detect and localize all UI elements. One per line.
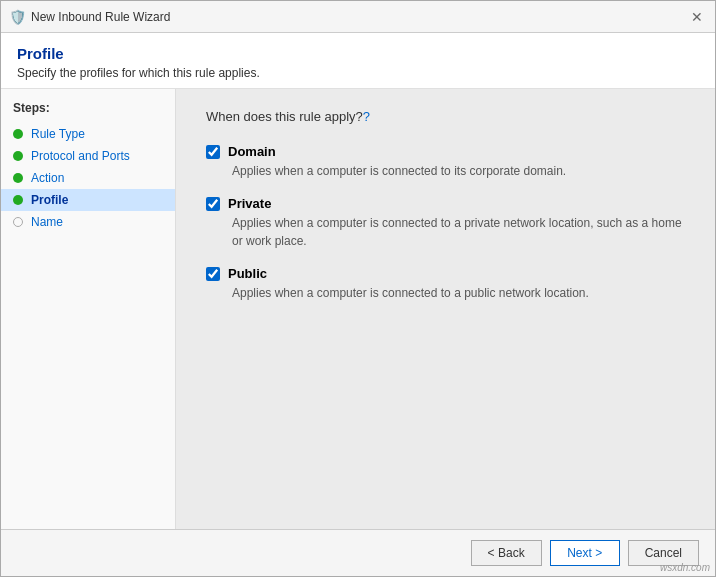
public-label-row: Public [206,266,685,281]
wizard-icon: 🛡️ [9,9,25,25]
page-subtitle: Specify the profiles for which this rule… [17,66,699,80]
wizard-window: 🛡️ New Inbound Rule Wizard ✕ Profile Spe… [0,0,716,577]
watermark: wsxdn.com [660,562,710,573]
title-bar-left: 🛡️ New Inbound Rule Wizard [9,9,170,25]
sidebar-item-profile: Profile [1,189,175,211]
sidebar-item-action[interactable]: Action [1,167,175,189]
private-checkbox-wrapper[interactable] [206,197,220,211]
sidebar-item-protocol-ports[interactable]: Protocol and Ports [1,145,175,167]
dot-icon-protocol [13,151,23,161]
dot-icon-rule-type [13,129,23,139]
steps-label: Steps: [1,101,175,123]
content-area: Steps: Rule Type Protocol and Ports Acti… [1,89,715,529]
sidebar-item-rule-type[interactable]: Rule Type [1,123,175,145]
sidebar: Steps: Rule Type Protocol and Ports Acti… [1,89,176,529]
private-checkbox[interactable] [206,197,220,211]
domain-label-row: Domain [206,144,685,159]
next-button[interactable]: Next > [550,540,620,566]
question-help-link[interactable]: ? [363,109,370,124]
domain-option-block: Domain Applies when a computer is connec… [206,144,685,180]
public-description: Applies when a computer is connected to … [232,284,685,302]
question-text: When does this rule apply?? [206,109,685,124]
private-label[interactable]: Private [228,196,271,211]
main-panel: When does this rule apply?? Domain Appli… [176,89,715,529]
sidebar-item-name[interactable]: Name [1,211,175,233]
dot-icon-action [13,173,23,183]
public-checkbox[interactable] [206,267,220,281]
dot-icon-profile [13,195,23,205]
back-button[interactable]: < Back [471,540,542,566]
title-bar-text: New Inbound Rule Wizard [31,10,170,24]
page-title: Profile [17,45,699,62]
close-button[interactable]: ✕ [687,7,707,27]
public-option-block: Public Applies when a computer is connec… [206,266,685,302]
private-option-block: Private Applies when a computer is conne… [206,196,685,250]
footer: < Back Next > Cancel [1,529,715,576]
title-bar: 🛡️ New Inbound Rule Wizard ✕ [1,1,715,33]
domain-checkbox[interactable] [206,145,220,159]
dot-icon-name [13,217,23,227]
public-checkbox-wrapper[interactable] [206,267,220,281]
domain-description: Applies when a computer is connected to … [232,162,685,180]
private-description: Applies when a computer is connected to … [232,214,685,250]
private-label-row: Private [206,196,685,211]
public-label[interactable]: Public [228,266,267,281]
domain-label[interactable]: Domain [228,144,276,159]
domain-checkbox-wrapper[interactable] [206,145,220,159]
header-section: Profile Specify the profiles for which t… [1,33,715,89]
